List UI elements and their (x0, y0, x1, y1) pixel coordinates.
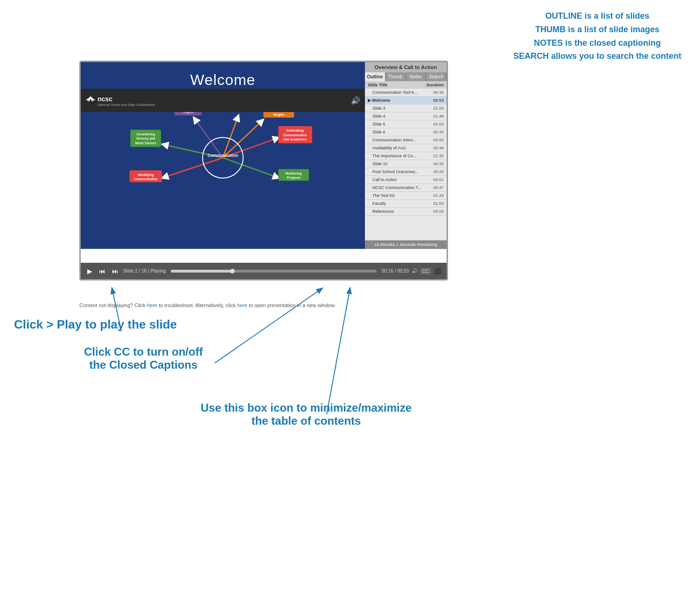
svg-text:Considering: Considering (137, 133, 155, 136)
item-duration: 01:03 (433, 201, 444, 206)
item-title: The Importance of Co... (372, 154, 431, 158)
toc-sidebar: Overview & Call to Action Outline Thumb … (365, 62, 447, 249)
toc-item[interactable]: ▶ Welcome 00:53 (365, 97, 447, 105)
info-text: Content not displaying? Click here to tr… (79, 302, 336, 308)
toc-item[interactable]: Slide 5 01:03 (365, 120, 447, 128)
annotation-line2: THUMB is a list of slide images (513, 23, 681, 36)
toc-item[interactable]: Faculty 01:03 (365, 200, 447, 208)
cc-button[interactable]: CC (420, 268, 431, 274)
progress-fill (171, 270, 232, 273)
slide-bottom-bar: ncsc National Center and State Collabora… (81, 89, 365, 112)
toc-item[interactable]: Slide 3 01:00 (365, 105, 447, 112)
slide-title: Welcome (81, 62, 365, 89)
item-duration: 00:53 (433, 98, 444, 103)
toc-header: Overview & Call to Action (365, 62, 447, 72)
toc-item[interactable]: Post School Outcomes... 00:26 (365, 168, 447, 176)
toc-item[interactable]: The Importance of Co... 01:35 (365, 152, 447, 160)
item-title: References (372, 209, 431, 214)
col-duration: Duration (427, 83, 444, 87)
toc-item[interactable]: NCSC Communication T... 00:47 (365, 184, 447, 192)
troubleshoot-link[interactable]: here (147, 302, 157, 308)
item-duration: 01:48 (433, 114, 444, 119)
item-title: Post School Outcomes... (372, 169, 431, 174)
toc-list[interactable]: Communication Tool K... 00:36 ▶ Welcome … (365, 89, 447, 240)
callout-play: Click > Play to play the slide (14, 317, 177, 332)
svg-text:Motor Factors: Motor Factors (135, 141, 156, 145)
toc-item[interactable]: Slide 4 01:48 (365, 112, 447, 120)
item-duration: 00:05 (433, 209, 444, 214)
annotation-line4: SEARCH allows you to search the content (513, 49, 681, 63)
item-title: The Tool Kit (372, 193, 431, 198)
slide-volume-icon: 🔊 (351, 96, 360, 105)
item-duration: 00:56 (433, 138, 444, 142)
svg-line-8 (162, 158, 223, 178)
toc-item[interactable]: Communication Tool K... 00:36 (365, 89, 447, 97)
toc-col-headers: Slide Title Duration (365, 81, 447, 89)
svg-text:Progress: Progress (287, 176, 301, 180)
item-duration: 00:45 (433, 130, 444, 134)
item-title: Call to Action (372, 177, 431, 182)
svg-text:into Academics: into Academics (283, 138, 307, 141)
item-title: Slide 5 (372, 122, 431, 126)
time-display: 00:16 / 00:53 (382, 268, 409, 273)
volume-btn[interactable]: 🔊 (412, 268, 417, 273)
svg-text:Targets: Targets (273, 113, 284, 117)
toc-item[interactable]: Call to Action 00:51 (365, 176, 447, 184)
toc-item[interactable]: Slide 10 00:36 (365, 160, 447, 168)
controls-bar: ▶ ⏮ ⏭ Slide 2 / 16 | Playing 00:16 / 00:… (81, 263, 447, 279)
item-duration: 01:00 (433, 106, 444, 111)
tab-thumb[interactable]: Thumb (385, 72, 406, 81)
item-title: Faculty (372, 201, 431, 206)
slide-info: Slide 2 / 16 | Playing (123, 268, 166, 273)
item-title: Communication Interv... (372, 138, 431, 142)
player-wrapper: Welcome Communication (79, 61, 448, 280)
item-duration: 00:47 (433, 185, 444, 190)
item-title: Communication Tool K... (372, 90, 431, 95)
slide-area: Welcome Communication (81, 62, 447, 249)
item-title: Slide 6 (372, 130, 431, 134)
svg-text:Communication: Communication (283, 133, 307, 137)
item-duration: 00:46 (433, 146, 444, 150)
item-duration: 01:35 (433, 154, 444, 158)
item-duration: 00:26 (433, 169, 444, 174)
next-button[interactable]: ⏭ (110, 266, 120, 276)
tab-outline[interactable]: Outline (365, 72, 385, 81)
top-annotations: OUTLINE is a list of slides THUMB is a l… (513, 9, 681, 63)
item-duration: 00:36 (433, 161, 444, 166)
item-title: Slide 10 (372, 161, 431, 166)
callout-box: Use this box icon to minimize/maximize t… (201, 401, 412, 428)
progress-bar[interactable] (171, 270, 377, 273)
svg-line-1 (215, 288, 322, 363)
svg-text:Monitoring: Monitoring (286, 172, 302, 175)
svg-text:Embedding: Embedding (287, 129, 304, 133)
toc-item[interactable]: References 00:05 (365, 208, 447, 216)
play-button[interactable]: ▶ (85, 266, 94, 276)
item-title: Slide 4 (372, 114, 431, 119)
toc-item[interactable]: Slide 6 00:45 (365, 128, 447, 136)
toc-footer: 14 Minutes 1 Seconds Remaining (365, 240, 447, 249)
tab-search[interactable]: Search (426, 72, 447, 81)
item-title: Slide 3 (372, 106, 431, 111)
ncsc-sub: National Center and State Collaborative (98, 103, 155, 106)
item-title: NCSC Communication T... (372, 185, 431, 190)
toc-item[interactable]: Communication Interv... 00:56 (365, 136, 447, 144)
tab-notes[interactable]: Notes (406, 72, 427, 81)
minimize-maximize-button[interactable]: ⬛ (434, 267, 442, 275)
toc-item[interactable]: The Tool Kit 01:43 (365, 192, 447, 200)
new-window-link[interactable]: here (237, 302, 247, 308)
ncsc-logo: ncsc National Center and State Collabora… (85, 95, 155, 106)
svg-text:Sensory and: Sensory and (136, 137, 155, 140)
prev-button[interactable]: ⏮ (97, 266, 107, 276)
item-title: Availability of AAC (372, 146, 431, 150)
annotation-line3: NOTES is the closed captioning (513, 36, 681, 50)
item-duration: 00:36 (433, 90, 444, 95)
svg-line-9 (223, 158, 280, 178)
item-title: Welcome (372, 98, 431, 103)
toc-item[interactable]: Availability of AAC 00:46 (365, 144, 447, 152)
active-arrow: ▶ (368, 98, 371, 103)
bird-icon (85, 96, 96, 105)
svg-text:Identifying: Identifying (138, 173, 154, 177)
toc-tabs: Outline Thumb Notes Search (365, 72, 447, 81)
item-duration: 00:51 (433, 177, 444, 182)
col-title: Slide Title (368, 83, 387, 87)
